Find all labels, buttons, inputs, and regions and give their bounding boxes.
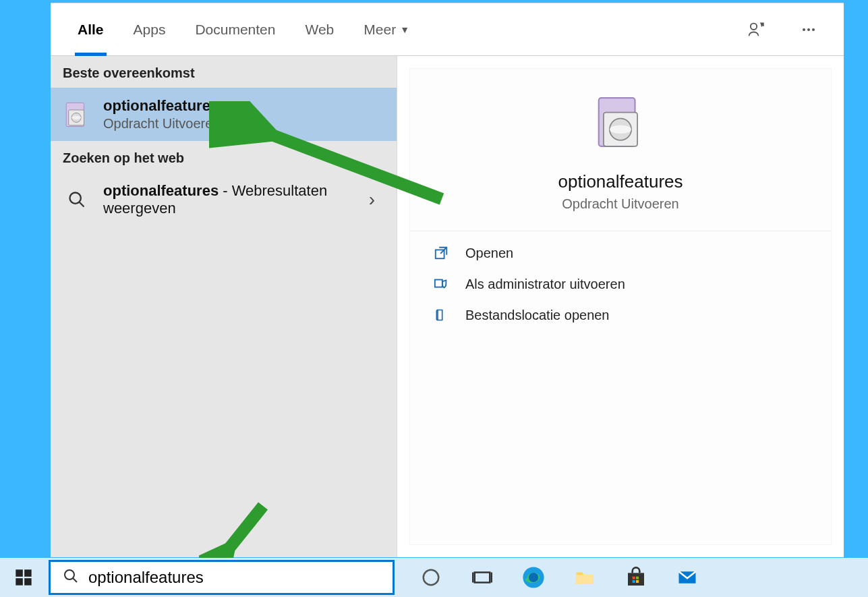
tab-documents[interactable]: Documenten	[180, 3, 290, 55]
svg-point-13	[610, 125, 631, 134]
action-run-admin[interactable]: Als administrator uitvoeren	[433, 276, 808, 292]
svg-point-22	[65, 570, 74, 579]
svg-point-0	[751, 23, 757, 29]
search-tabs: Alle Apps Documenten Web Meer ▼	[51, 3, 844, 56]
tab-more[interactable]: Meer ▼	[349, 3, 424, 55]
action-open-location[interactable]: Bestandslocatie openen	[433, 307, 808, 323]
svg-rect-33	[636, 577, 639, 579]
tab-all[interactable]: Alle	[63, 3, 119, 55]
preview-subtitle: Opdracht Uitvoeren	[562, 196, 678, 212]
search-icon	[63, 186, 91, 214]
svg-rect-20	[16, 578, 22, 586]
svg-point-1	[803, 28, 805, 31]
mail-icon[interactable]	[675, 565, 699, 590]
best-match-subtitle: Opdracht Uitvoeren	[103, 116, 220, 132]
cortana-icon[interactable]	[419, 565, 443, 590]
search-input[interactable]	[88, 568, 380, 587]
task-view-icon[interactable]	[470, 565, 494, 590]
web-result-title: optionalfeatures - Webresultaten weergev…	[103, 182, 357, 217]
svg-line-23	[73, 578, 77, 582]
svg-rect-15	[435, 280, 442, 287]
svg-rect-32	[633, 577, 635, 579]
svg-rect-25	[475, 573, 490, 583]
feedback-icon[interactable]	[743, 16, 770, 43]
best-match-title: optionalfeatures	[103, 97, 220, 115]
web-result[interactable]: optionalfeatures - Webresultaten weergev…	[51, 173, 397, 227]
more-options-icon[interactable]	[795, 16, 822, 43]
svg-point-24	[424, 570, 439, 586]
chevron-right-icon: ›	[369, 189, 384, 210]
svg-point-8	[70, 193, 81, 204]
svg-rect-19	[24, 569, 31, 577]
best-match-header: Beste overeenkomst	[51, 56, 397, 88]
action-open-label: Openen	[465, 246, 513, 261]
tab-apps[interactable]: Apps	[119, 3, 181, 55]
edge-icon[interactable]	[521, 565, 546, 590]
microsoft-store-icon[interactable]	[624, 565, 648, 590]
folder-icon	[433, 307, 449, 323]
best-match-result[interactable]: optionalfeatures Opdracht Uitvoeren	[51, 88, 397, 141]
svg-rect-35	[636, 580, 639, 583]
svg-rect-21	[24, 578, 31, 586]
web-search-header: Zoeken op het web	[51, 141, 397, 173]
start-button[interactable]	[4, 558, 43, 597]
chevron-down-icon: ▼	[400, 24, 409, 35]
preview-title: optionalfeatures	[558, 171, 683, 192]
taskbar-search[interactable]	[49, 560, 395, 595]
svg-point-7	[71, 115, 81, 119]
results-list: Beste overeenkomst optionalfeatures Opdr…	[51, 56, 397, 557]
taskbar	[0, 558, 868, 597]
search-icon	[63, 568, 79, 587]
svg-rect-18	[16, 569, 22, 577]
action-open-location-label: Bestandslocatie openen	[465, 308, 610, 323]
search-panel: Alle Apps Documenten Web Meer ▼ Beste ov…	[51, 3, 844, 557]
run-command-icon	[63, 101, 91, 129]
svg-point-3	[812, 28, 815, 31]
svg-point-2	[807, 28, 810, 31]
tab-web[interactable]: Web	[290, 3, 349, 55]
svg-rect-34	[633, 580, 635, 583]
svg-point-29	[529, 573, 538, 582]
shield-icon	[433, 276, 449, 292]
file-explorer-icon[interactable]	[573, 565, 597, 590]
open-icon	[433, 245, 449, 261]
preview-app-icon	[591, 93, 649, 151]
action-run-admin-label: Als administrator uitvoeren	[465, 277, 625, 292]
action-open[interactable]: Openen	[433, 245, 808, 261]
tab-more-label: Meer	[364, 22, 396, 38]
preview-pane: optionalfeatures Opdracht Uitvoeren Open…	[397, 56, 844, 557]
svg-line-9	[80, 202, 84, 207]
svg-rect-30	[577, 575, 594, 584]
